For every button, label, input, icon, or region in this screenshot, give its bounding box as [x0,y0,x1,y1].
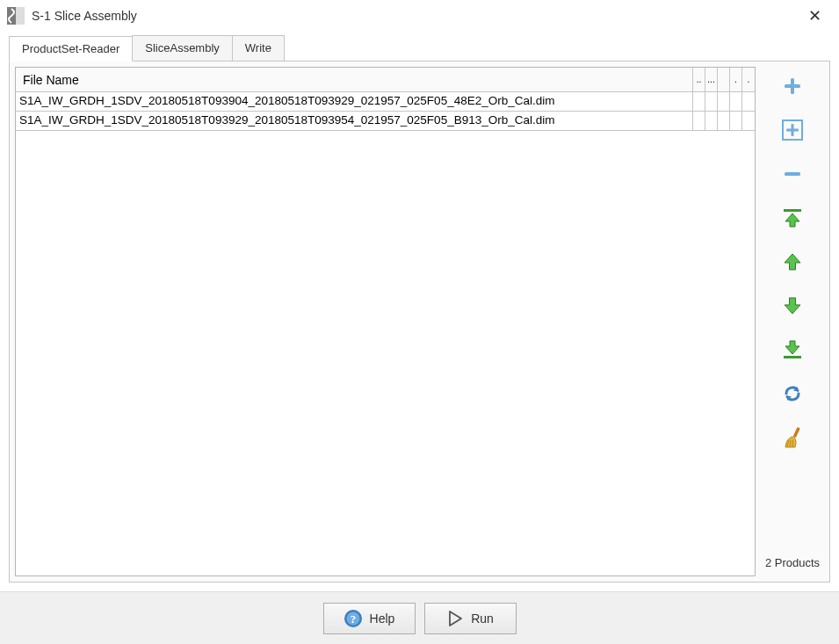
extra-cell [705,92,718,111]
svg-rect-3 [785,84,800,88]
run-button[interactable]: Run [424,603,517,634]
help-label: Help [370,611,395,626]
svg-rect-6 [786,129,799,132]
tab-productset-reader[interactable]: ProductSet-Reader [9,36,133,62]
dialog-window: S-1 Slice Assembly ✕ ProductSet-Reader S… [0,0,839,644]
move-bottom-button[interactable] [779,337,806,362]
help-icon: ? [344,609,363,628]
table-row[interactable]: S1A_IW_GRDH_1SDV_20180518T093929_2018051… [16,112,755,131]
table-body: S1A_IW_GRDH_1SDV_20180518T093904_2018051… [16,92,755,575]
tab-content: File Name .. ... . . S1A_IW_GRDH_1SDV_20… [9,61,830,582]
window-title: S-1 Slice Assembly [32,9,137,23]
tab-sliceassembly[interactable]: SliceAssembly [132,35,233,61]
refresh-icon [782,383,803,404]
column-header-extra-4[interactable]: . [730,68,742,91]
refresh-button[interactable] [779,381,806,406]
arrow-top-icon [782,207,803,228]
filename-cell: S1A_IW_GRDH_1SDV_20180518T093929_2018051… [16,112,693,130]
tab-write[interactable]: Write [232,35,285,61]
extra-cell [730,92,742,111]
close-icon: ✕ [808,6,821,25]
minus-icon [783,164,802,184]
tab-bar: ProductSet-Reader SliceAssembly Write [0,32,839,61]
move-up-button[interactable] [779,250,806,274]
svg-rect-8 [784,209,801,212]
column-header-filename[interactable]: File Name [16,68,693,91]
extra-cell [718,112,730,130]
svg-rect-10 [793,427,800,438]
extra-cell [705,112,718,130]
clear-button[interactable] [779,425,806,450]
help-button[interactable]: ? Help [323,603,416,634]
product-count-label: 2 Products [764,556,821,573]
table-header-row: File Name .. ... . . [16,68,755,92]
column-header-extra-5[interactable]: . [742,68,755,91]
column-header-extra-1[interactable]: .. [693,68,705,91]
broom-icon [781,426,804,449]
plus-box-icon [782,119,803,141]
extra-cell [742,92,755,111]
extra-cell [730,112,742,130]
side-toolbar: 2 Products [756,67,824,576]
column-header-extra-2[interactable]: ... [705,68,718,91]
extra-cell [693,112,705,130]
add-open-button[interactable] [779,118,806,142]
arrow-bottom-icon [782,339,803,360]
filename-cell: S1A_IW_GRDH_1SDV_20180518T093904_2018051… [16,92,693,111]
dialog-footer: ? Help Run [0,591,839,644]
move-top-button[interactable] [779,206,806,230]
move-down-button[interactable] [779,293,806,318]
titlebar: S-1 Slice Assembly ✕ [0,0,839,32]
add-button[interactable] [779,74,806,98]
arrow-down-icon [782,295,803,316]
svg-rect-9 [784,356,801,358]
remove-button[interactable] [779,162,806,186]
play-icon [446,610,464,627]
file-table: File Name .. ... . . S1A_IW_GRDH_1SDV_20… [15,67,756,576]
app-icon [7,7,25,25]
extra-cell [742,112,755,130]
svg-text:?: ? [350,612,356,626]
plus-icon [783,76,802,96]
column-header-extra-3[interactable] [718,68,730,91]
arrow-up-icon [782,251,803,272]
close-button[interactable]: ✕ [797,0,832,32]
extra-cell [693,92,705,111]
run-label: Run [471,611,494,626]
extra-cell [718,92,730,111]
table-row[interactable]: S1A_IW_GRDH_1SDV_20180518T093904_2018051… [16,92,755,112]
svg-rect-7 [785,172,800,176]
